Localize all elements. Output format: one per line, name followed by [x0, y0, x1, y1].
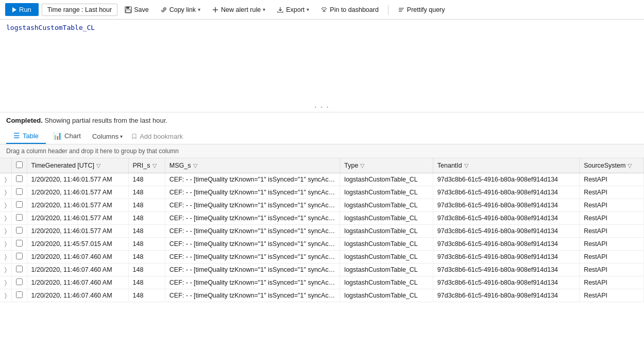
add-bookmark-label: Add bookmark	[140, 133, 183, 140]
expand-row-button[interactable]: 〉	[3, 252, 9, 261]
copy-link-chevron: ▾	[198, 7, 200, 12]
cell-type: logstashCustomTable_CL	[340, 199, 433, 212]
checkbox-cell	[11, 251, 27, 264]
drag-hint: Drag a column header and drop it here to…	[0, 144, 644, 158]
cell-msg-s: CEF: - - [timeQuality tzKnown="1" isSync…	[165, 199, 340, 212]
tab-chart[interactable]: 📊 Chart	[46, 128, 88, 144]
save-button[interactable]: Save	[121, 4, 153, 15]
copy-link-button[interactable]: Copy link ▾	[156, 4, 205, 15]
export-label: Export	[286, 6, 304, 13]
expand-row-button[interactable]: 〉	[3, 278, 9, 287]
th-time-generated-label: TimeGenerated [UTC]	[31, 162, 95, 169]
expand-row-button[interactable]: 〉	[3, 175, 9, 184]
cell-type: logstashCustomTable_CL	[340, 251, 433, 264]
table-row: 〉 1/20/2020, 11:46:07.460 AM 148 CEF: - …	[0, 276, 644, 289]
cell-time-generated: 1/20/2020, 11:46:01.577 AM	[27, 173, 128, 186]
row-checkbox[interactable]	[16, 188, 23, 195]
svg-rect-1	[126, 7, 129, 9]
expand-row-button[interactable]: 〉	[3, 201, 9, 210]
th-tenant-id[interactable]: TenantId ▽	[433, 158, 579, 173]
row-checkbox[interactable]	[16, 266, 23, 272]
cell-type: logstashCustomTable_CL	[340, 225, 433, 238]
expand-row-button[interactable]: 〉	[3, 226, 9, 236]
link-icon	[160, 6, 167, 13]
row-checkbox[interactable]	[16, 253, 23, 259]
drag-hint-text: Drag a column header and drop it here to…	[6, 147, 179, 155]
prettify-query-button[interactable]: Prettify query	[394, 4, 449, 15]
cell-pri-s: 148	[128, 212, 165, 225]
cell-time-generated: 1/20/2020, 11:46:01.577 AM	[27, 199, 128, 212]
table-row: 〉 1/20/2020, 11:46:01.577 AM 148 CEF: - …	[0, 186, 644, 199]
cell-tenant-id: 97d3c8b6-61c5-4916-b80a-908ef914d134	[433, 212, 579, 225]
th-pri-s-label: PRI_s	[133, 162, 150, 169]
row-checkbox[interactable]	[16, 240, 23, 247]
table-row: 〉 1/20/2020, 11:46:07.460 AM 148 CEF: - …	[0, 251, 644, 264]
export-button[interactable]: Export ▾	[273, 4, 313, 15]
th-type[interactable]: Type ▽	[340, 158, 433, 173]
save-label: Save	[134, 6, 149, 13]
row-checkbox[interactable]	[16, 278, 23, 285]
expand-row-button[interactable]: 〉	[3, 239, 9, 249]
source-system-filter-icon[interactable]: ▽	[628, 162, 632, 169]
new-alert-rule-button[interactable]: New alert rule ▾	[208, 4, 269, 15]
cell-msg-s: CEF: - - [timeQuality tzKnown="1" isSync…	[165, 225, 340, 238]
tab-table[interactable]: ☰ Table	[6, 128, 46, 144]
time-range-button[interactable]: Time range : Last hour	[42, 4, 117, 16]
add-bookmark-button[interactable]: Add bookmark	[127, 129, 187, 143]
toolbar: Run Time range : Last hour Save Copy lin…	[0, 0, 644, 20]
th-source-system[interactable]: SourceSystem ▽	[580, 158, 644, 173]
expand-row-button[interactable]: 〉	[3, 213, 9, 223]
th-time-generated[interactable]: TimeGenerated [UTC] ▽	[27, 158, 128, 173]
data-table-wrapper[interactable]: TimeGenerated [UTC] ▽ PRI_s ▽ MSG_s ▽	[0, 158, 644, 302]
th-type-label: Type	[344, 162, 358, 169]
checkbox-cell	[11, 276, 27, 289]
select-all-checkbox[interactable]	[16, 161, 23, 168]
columns-chevron: ▾	[120, 134, 123, 139]
th-pri-s[interactable]: PRI_s ▽	[128, 158, 165, 173]
export-icon	[277, 6, 284, 13]
row-checkbox[interactable]	[16, 201, 23, 208]
row-checkbox[interactable]	[16, 214, 23, 221]
checkbox-cell	[11, 199, 27, 212]
columns-button[interactable]: Columns ▾	[88, 129, 127, 143]
cell-msg-s: CEF: - - [timeQuality tzKnown="1" isSync…	[165, 212, 340, 225]
cell-pri-s: 148	[128, 276, 165, 289]
row-checkbox[interactable]	[16, 291, 23, 298]
query-editor[interactable]: logstashCustomTable_CL ...	[0, 20, 644, 112]
tab-table-label: Table	[23, 132, 39, 140]
copy-link-label: Copy link	[170, 6, 196, 13]
cell-pri-s: 148	[128, 186, 165, 199]
table-row: 〉 1/20/2020, 11:46:01.577 AM 148 CEF: - …	[0, 225, 644, 238]
pri-s-filter-icon[interactable]: ▽	[152, 162, 157, 169]
table-row: 〉 1/20/2020, 11:46:07.460 AM 148 CEF: - …	[0, 264, 644, 276]
cell-type: logstashCustomTable_CL	[340, 186, 433, 199]
cell-type: logstashCustomTable_CL	[340, 238, 433, 251]
th-tenant-id-label: TenantId	[437, 162, 462, 169]
resize-handle[interactable]: ...	[313, 100, 331, 110]
time-generated-filter-icon[interactable]: ▽	[96, 162, 100, 169]
expand-row-button[interactable]: 〉	[3, 265, 9, 274]
table-header: TimeGenerated [UTC] ▽ PRI_s ▽ MSG_s ▽	[0, 158, 644, 173]
tenant-id-filter-icon[interactable]: ▽	[464, 162, 468, 169]
expand-cell: 〉	[0, 289, 11, 302]
expand-cell: 〉	[0, 225, 11, 238]
run-button[interactable]: Run	[5, 3, 39, 16]
cell-msg-s: CEF: - - [timeQuality tzKnown="1" isSync…	[165, 264, 340, 276]
cell-msg-s: CEF: - - [timeQuality tzKnown="1" isSync…	[165, 276, 340, 289]
msg-s-filter-icon[interactable]: ▽	[193, 162, 197, 169]
cell-source-system: RestAPI	[580, 276, 644, 289]
cell-pri-s: 148	[128, 264, 165, 276]
table-row: 〉 1/20/2020, 11:46:01.577 AM 148 CEF: - …	[0, 199, 644, 212]
expand-row-button[interactable]: 〉	[3, 291, 9, 300]
row-checkbox[interactable]	[16, 175, 23, 182]
pin-to-dashboard-button[interactable]: Pin to dashboard	[316, 4, 383, 15]
time-range-label: Time range : Last hour	[47, 6, 112, 13]
row-checkbox[interactable]	[16, 227, 23, 234]
cell-source-system: RestAPI	[580, 186, 644, 199]
cell-source-system: RestAPI	[580, 264, 644, 276]
expand-row-button[interactable]: 〉	[3, 188, 9, 197]
type-filter-icon[interactable]: ▽	[360, 162, 364, 169]
th-msg-s[interactable]: MSG_s ▽	[165, 158, 340, 173]
run-label: Run	[19, 6, 31, 13]
cell-time-generated: 1/20/2020, 11:46:01.577 AM	[27, 186, 128, 199]
